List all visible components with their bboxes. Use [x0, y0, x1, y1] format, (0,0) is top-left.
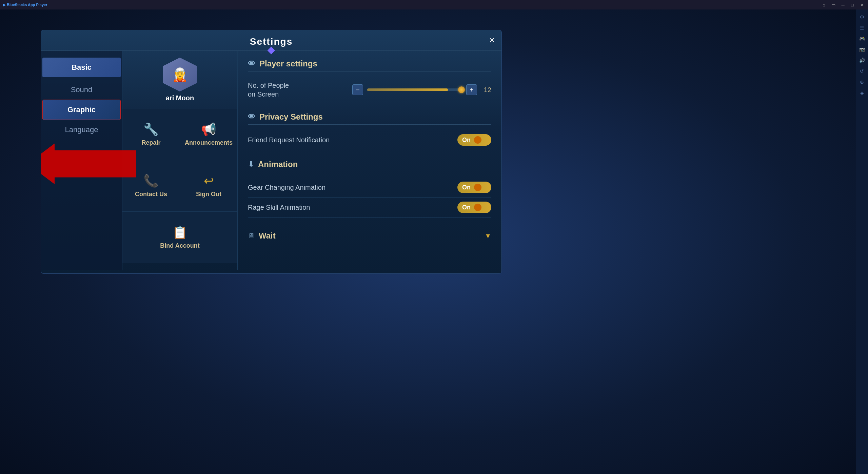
wait-section: 🖥 Wait ▼ — [248, 227, 491, 245]
slider-thumb[interactable] — [458, 86, 465, 93]
gear-changing-toggle-label: On — [462, 184, 471, 191]
repair-label: Repair — [141, 139, 160, 146]
titlebar: ▶ BlueStacks App Player ⌂ ▭ ─ □ ✕ — [0, 0, 868, 9]
settings-modal: Settings × Basic Sound Graphic Language — [41, 30, 502, 274]
friend-request-toggle-knob — [474, 136, 481, 144]
slider-fill — [367, 88, 448, 91]
center-item-announcements[interactable]: 📢 Announcements — [180, 109, 237, 160]
slider-value: 12 — [481, 86, 491, 94]
nav-item-basic[interactable]: Basic — [42, 58, 121, 77]
player-settings-icon: 👁 — [248, 59, 255, 68]
slider-track[interactable] — [367, 88, 462, 91]
center-item-sign-out[interactable]: ↩ Sign Out — [180, 160, 237, 211]
repair-icon: 🔧 — [143, 122, 159, 137]
nav-item-language[interactable]: Language — [41, 120, 122, 140]
modal-body: Basic Sound Graphic Language — [41, 51, 501, 270]
titlebar-settings[interactable]: ▭ — [830, 2, 837, 7]
bind-account-label: Bind Account — [160, 242, 199, 249]
center-item-contact-us[interactable]: 📞 Contact Us — [122, 160, 180, 211]
contact-us-label: Contact Us — [135, 191, 167, 198]
gear-changing-label: Gear Changing Animation — [248, 184, 326, 191]
sidebar-icon-1[interactable]: ⚙ — [858, 13, 866, 21]
modal-header: Settings × — [41, 30, 501, 51]
sidebar-icon-2[interactable]: ☰ — [858, 24, 866, 32]
friend-request-toggle-label: On — [462, 137, 471, 144]
slider-controls: − + 12 — [352, 84, 491, 95]
no-of-people-label: No. of People on Screen — [248, 81, 289, 99]
wait-chevron-icon[interactable]: ▼ — [485, 232, 491, 240]
left-nav: Basic Sound Graphic Language — [41, 51, 122, 270]
wait-label: Wait — [259, 231, 276, 241]
sidebar-icon-3[interactable]: 🎮 — [858, 35, 866, 43]
right-sidebar: ⚙ ☰ 🎮 📷 🔊 ↺ ⊕ ◈ — [856, 9, 868, 474]
rage-skill-toggle-knob — [474, 204, 481, 211]
sidebar-icon-8[interactable]: ◈ — [858, 89, 866, 97]
player-settings-title: 👁 Player settings — [248, 59, 491, 71]
nav-item-graphic[interactable]: Graphic — [42, 100, 121, 120]
privacy-settings-section: 👁 Privacy Settings Friend Request Notifi… — [248, 112, 491, 150]
animation-title: ⬇ Animation — [248, 160, 491, 172]
avatar: 🧝 — [163, 58, 197, 91]
nav-label-graphic: Graphic — [67, 105, 96, 114]
center-content: 🧝 ari Moon 🔧 Repair 📢 Announcements 📞 Co… — [122, 51, 238, 270]
animation-section: ⬇ Animation Gear Changing Animation On R… — [248, 160, 491, 218]
sidebar-icon-4[interactable]: 📷 — [858, 45, 866, 54]
titlebar-close[interactable]: ✕ — [859, 2, 865, 7]
wait-row: 🖥 Wait ▼ — [248, 227, 491, 245]
privacy-settings-title: 👁 Privacy Settings — [248, 112, 491, 125]
contact-us-icon: 📞 — [143, 174, 159, 188]
sidebar-icon-7[interactable]: ⊕ — [858, 78, 866, 86]
center-item-bind-account[interactable]: 📋 Bind Account — [122, 212, 237, 263]
modal-title: Settings — [250, 36, 293, 47]
nav-label-language: Language — [65, 125, 98, 134]
friend-request-row: Friend Request Notification On — [248, 130, 491, 150]
sidebar-icon-5[interactable]: 🔊 — [858, 56, 866, 64]
gear-changing-row: Gear Changing Animation On — [248, 178, 491, 198]
rage-skill-label: Rage Skill Animation — [248, 204, 310, 211]
player-settings-section: 👁 Player settings No. of People on Scree… — [248, 59, 491, 103]
announcements-label: Announcements — [185, 139, 233, 146]
nav-label-basic: Basic — [72, 63, 92, 71]
slider-minus-button[interactable]: − — [352, 84, 363, 95]
titlebar-maximize[interactable]: □ — [849, 2, 856, 7]
rage-skill-row: Rage Skill Animation On — [248, 198, 491, 218]
logo-icon: ▶ — [3, 3, 5, 7]
avatar-icon: 🧝 — [172, 67, 188, 82]
friend-request-toggle[interactable]: On — [457, 134, 491, 146]
profile-section: 🧝 ari Moon — [163, 58, 197, 102]
nav-item-sound[interactable]: Sound — [41, 80, 122, 100]
center-item-repair[interactable]: 🔧 Repair — [122, 109, 180, 160]
right-panel: 👁 Player settings No. of People on Scree… — [238, 51, 501, 270]
center-grid: 🔧 Repair 📢 Announcements 📞 Contact Us ↩ … — [122, 109, 237, 263]
titlebar-home[interactable]: ⌂ — [821, 2, 827, 7]
modal-close-button[interactable]: × — [489, 36, 495, 45]
slider-plus-button[interactable]: + — [466, 84, 477, 95]
bind-account-icon: 📋 — [172, 225, 188, 240]
app-title: BlueStacks App Player — [7, 3, 47, 7]
gear-changing-toggle[interactable]: On — [457, 182, 491, 193]
titlebar-minimize[interactable]: ─ — [840, 2, 846, 7]
announcements-icon: 📢 — [201, 122, 216, 137]
gear-changing-toggle-knob — [474, 184, 481, 191]
app-logo: ▶ BlueStacks App Player — [3, 3, 47, 7]
friend-request-label: Friend Request Notification — [248, 136, 330, 144]
wait-icon: 🖥 — [248, 232, 255, 240]
animation-label: Animation — [258, 160, 298, 169]
nav-label-sound: Sound — [71, 85, 93, 94]
player-name: ari Moon — [166, 94, 194, 102]
rage-skill-toggle-label: On — [462, 204, 471, 211]
sidebar-icon-6[interactable]: ↺ — [858, 67, 866, 75]
titlebar-controls: ⌂ ▭ ─ □ ✕ — [821, 2, 865, 7]
avatar-container: 🧝 — [163, 58, 197, 91]
rage-skill-toggle[interactable]: On — [457, 202, 491, 213]
animation-icon: ⬇ — [248, 160, 254, 169]
no-of-people-row: No. of People on Screen − + 12 — [248, 77, 491, 103]
privacy-settings-icon: 👁 — [248, 112, 255, 121]
sign-out-label: Sign Out — [196, 191, 221, 198]
sign-out-icon: ↩ — [204, 174, 214, 188]
player-settings-label: Player settings — [259, 59, 317, 68]
privacy-settings-label: Privacy Settings — [259, 112, 323, 122]
